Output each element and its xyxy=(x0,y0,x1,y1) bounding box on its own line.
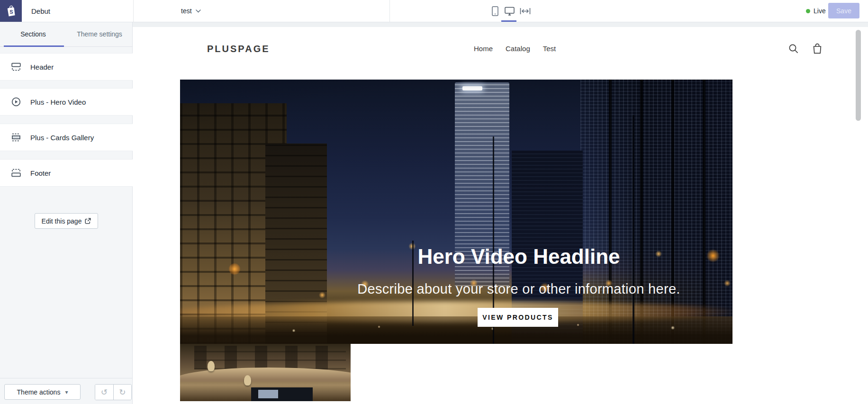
hero-video-section: Hero Video Headline Describe about your … xyxy=(180,80,732,344)
video-play-icon xyxy=(11,97,21,107)
active-device-indicator xyxy=(501,20,516,22)
undo-icon: ↺ xyxy=(101,387,108,397)
section-item-label: Header xyxy=(30,63,54,71)
nav-link-test[interactable]: Test xyxy=(543,45,556,53)
section-item-header[interactable]: Header xyxy=(0,53,133,81)
scrollbar-thumb[interactable] xyxy=(856,30,861,121)
section-item-label: Plus - Cards Gallery xyxy=(30,134,94,142)
live-dot-icon xyxy=(806,9,810,13)
card-art-finial xyxy=(244,375,251,386)
redo-button[interactable]: ↻ xyxy=(113,385,132,400)
sidebar-tabs: Sections Theme settings xyxy=(0,22,133,47)
section-item-hero-video[interactable]: Plus - Hero Video xyxy=(0,88,133,116)
save-button[interactable]: Save xyxy=(828,3,859,18)
edit-page-button[interactable]: Edit this page xyxy=(35,213,98,229)
topbar: S Debut test Live Save xyxy=(0,0,868,22)
mobile-preview-button[interactable] xyxy=(488,0,502,22)
section-item-label: Footer xyxy=(30,169,51,177)
external-link-icon xyxy=(85,218,91,224)
sidebar: Sections Theme settings Header Plus - He… xyxy=(0,22,133,404)
redo-icon: ↻ xyxy=(119,387,126,397)
cart-bag-icon[interactable] xyxy=(812,43,823,54)
theme-actions-label: Theme actions xyxy=(17,388,61,396)
phone-icon xyxy=(492,6,498,16)
hero-art-vignette xyxy=(180,80,732,344)
card-art-windows xyxy=(194,346,346,369)
hero-headline: Hero Video Headline xyxy=(417,245,620,269)
section-item-cards-gallery[interactable]: Plus - Cards Gallery xyxy=(0,124,133,151)
tab-sections[interactable]: Sections xyxy=(0,22,66,46)
site-logo[interactable]: PLUSPAGE xyxy=(207,44,270,54)
cards-gallery-image xyxy=(180,344,351,401)
edit-page-label: Edit this page xyxy=(42,217,82,225)
active-tab-indicator xyxy=(4,45,64,47)
section-item-footer[interactable]: Footer xyxy=(0,159,133,187)
store-switcher[interactable]: test xyxy=(181,0,201,22)
section-item-label: Plus - Hero Video xyxy=(30,98,86,106)
view-products-button[interactable]: VIEW PRODUCTS xyxy=(478,308,558,327)
header-section-icon xyxy=(11,62,21,72)
card-art-storefront-window xyxy=(258,390,278,398)
site-nav: Home Catalog Test xyxy=(474,45,556,53)
nav-link-home[interactable]: Home xyxy=(474,45,493,53)
hero-subtitle: Describe about your store or other infor… xyxy=(357,281,680,297)
monitor-icon xyxy=(505,7,515,16)
card-art-finial xyxy=(208,361,215,371)
sidebar-bottom-bar: Theme actions ▾ ↺ ↻ xyxy=(0,378,133,404)
search-icon[interactable] xyxy=(788,44,799,54)
caret-down-icon: ▾ xyxy=(65,389,68,395)
live-label: Live xyxy=(814,7,826,15)
fullwidth-preview-button[interactable] xyxy=(518,0,532,22)
desktop-preview-button[interactable] xyxy=(503,0,516,22)
theme-name: Debut xyxy=(31,0,50,22)
shopify-bag-icon: S xyxy=(5,5,17,17)
store-name: test xyxy=(181,7,192,15)
history-controls: ↺ ↻ xyxy=(95,384,132,400)
shopify-logo-letter: S xyxy=(9,9,13,15)
card-art-terrace xyxy=(180,368,351,382)
preview-pane: PLUSPAGE Home Catalog Test Hero Video He… xyxy=(133,22,868,404)
theme-actions-button[interactable]: Theme actions ▾ xyxy=(4,384,81,400)
live-status: Live xyxy=(806,0,826,22)
undo-button[interactable]: ↺ xyxy=(95,385,113,400)
nav-link-catalog[interactable]: Catalog xyxy=(506,45,530,53)
shopify-logo-icon[interactable]: S xyxy=(0,0,22,22)
chevron-down-icon xyxy=(196,9,201,13)
topbar-divider xyxy=(133,0,134,22)
expand-width-icon xyxy=(520,8,531,15)
topbar-divider xyxy=(389,0,390,22)
footer-section-icon xyxy=(11,168,21,178)
cards-gallery-icon xyxy=(11,133,21,142)
tab-theme-settings[interactable]: Theme settings xyxy=(66,22,133,46)
